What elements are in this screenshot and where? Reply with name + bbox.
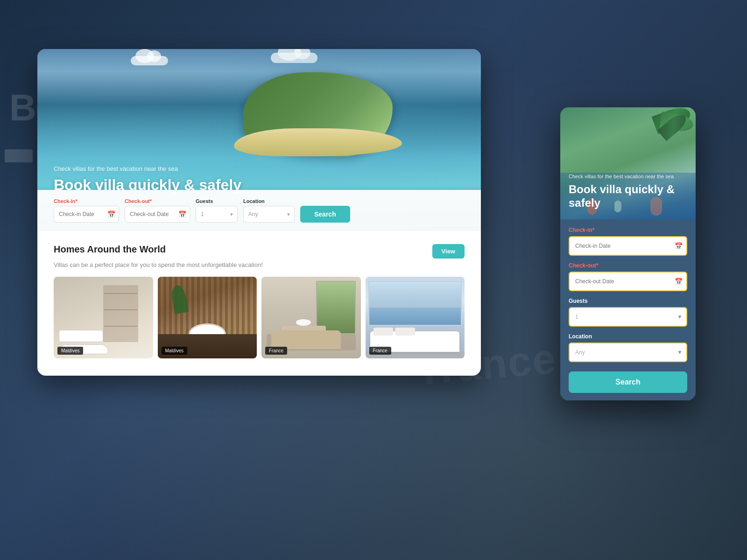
mobile-guests-label: Guests	[569, 298, 687, 304]
mobile-location-group: Location Any Maldives France Bali Italy …	[569, 333, 687, 362]
content-section: Homes Around the World View Villas can b…	[37, 231, 481, 368]
villa-card-3[interactable]: France	[261, 277, 361, 358]
villa-card-2[interactable]: Maldives	[158, 277, 257, 358]
mobile-checkout-wrap: 📅	[569, 272, 687, 291]
villa-1-location-badge: Maldives	[57, 347, 83, 355]
location-field-group: Location Any Maldives France Bali Italy …	[243, 198, 295, 223]
villa-img-1	[54, 277, 153, 358]
mobile-form: Check-in* 📅 Check-out* 📅 Guests 1	[560, 219, 696, 400]
guests-field-group: Guests 1 2 3 4 5+ ▼	[196, 198, 238, 223]
mobile-checkout-label: Check-out*	[569, 262, 687, 269]
location-input-wrap: Any Maldives France Bali Italy ▼	[243, 206, 295, 223]
location-select[interactable]: Any Maldives France Bali Italy	[243, 206, 295, 223]
palm-trees	[649, 107, 696, 177]
checkout-input[interactable]	[125, 206, 190, 223]
sea-window	[368, 281, 462, 326]
mobile-hero: Check villas for the best vacation near …	[560, 107, 696, 219]
villa-card-4[interactable]: France	[366, 277, 465, 358]
mobile-checkout-input[interactable]	[569, 272, 687, 291]
section-header: Homes Around the World View	[54, 244, 465, 259]
mobile-guests-group: Guests 1 2 3 4 5+ ▼	[569, 298, 687, 327]
villas-grid: Maldives Maldives	[54, 277, 465, 358]
mobile-checkin-group: Check-in* 📅	[569, 227, 687, 256]
mobile-location-label: Location	[569, 333, 687, 340]
island-beach	[234, 128, 402, 156]
checkout-label: Check-out*	[125, 198, 190, 204]
guests-select[interactable]: 1 2 3 4 5+	[196, 206, 238, 223]
checkout-field-group: Check-out* 📅	[125, 198, 190, 223]
location-label: Location	[243, 198, 295, 204]
checkin-label: Check-in*	[54, 198, 119, 204]
mobile-hero-subtitle: Check villas for the best vacation near …	[569, 173, 687, 180]
villa-card-1[interactable]: Maldives	[54, 277, 153, 358]
guests-label: Guests	[196, 198, 238, 204]
bg-input-hint	[5, 149, 33, 162]
section-description: Villas can be a perfect place for you to…	[54, 261, 465, 268]
desktop-card: Check villas for the best vacation near …	[37, 49, 481, 376]
checkout-input-wrap: 📅	[125, 206, 190, 223]
search-bar: Check-in* 📅 Check-out* 📅 Guests	[37, 190, 481, 231]
villa-2-location-badge: Maldives	[162, 347, 187, 355]
mobile-checkin-input[interactable]	[569, 236, 687, 256]
hero-subtitle: Check villas for the best vacation near …	[54, 165, 241, 172]
view-button[interactable]: View	[432, 244, 465, 259]
mobile-hero-text-block: Check villas for the best vacation near …	[569, 173, 687, 210]
mobile-location-select[interactable]: Any Maldives France Bali Italy	[569, 343, 687, 362]
guests-input-wrap: 1 2 3 4 5+ ▼	[196, 206, 238, 223]
mobile-location-wrap: Any Maldives France Bali Italy ▼	[569, 343, 687, 362]
hero-section: Check villas for the best vacation near …	[37, 49, 481, 231]
checkin-input[interactable]	[54, 206, 119, 223]
hero-island	[220, 58, 416, 180]
mobile-guests-wrap: 1 2 3 4 5+ ▼	[569, 307, 687, 327]
villa-img-3	[261, 277, 361, 358]
hero-text-block: Check villas for the best vacation near …	[54, 165, 241, 194]
mobile-search-button[interactable]: Search	[569, 371, 687, 393]
villa-3-location-badge: France	[265, 347, 287, 355]
search-button[interactable]: Search	[300, 206, 350, 223]
mobile-card: Check villas for the best vacation near …	[560, 107, 696, 400]
sink	[59, 330, 104, 342]
mobile-checkout-group: Check-out* 📅	[569, 262, 687, 291]
villa-4-location-badge: France	[369, 347, 391, 355]
mobile-checkin-wrap: 📅	[569, 236, 687, 256]
checkin-field-group: Check-in* 📅	[54, 198, 119, 223]
section-title-block: Homes Around the World	[54, 244, 166, 255]
sofa	[271, 330, 341, 349]
mobile-hero-title: Book villa quickly & safely	[569, 183, 687, 210]
section-title: Homes Around the World	[54, 244, 166, 255]
mobile-guests-select[interactable]: 1 2 3 4 5+	[569, 307, 687, 327]
villa-img-2	[158, 277, 257, 358]
checkin-input-wrap: 📅	[54, 206, 119, 223]
villa-img-4	[366, 277, 465, 358]
mobile-checkin-label: Check-in*	[569, 227, 687, 233]
